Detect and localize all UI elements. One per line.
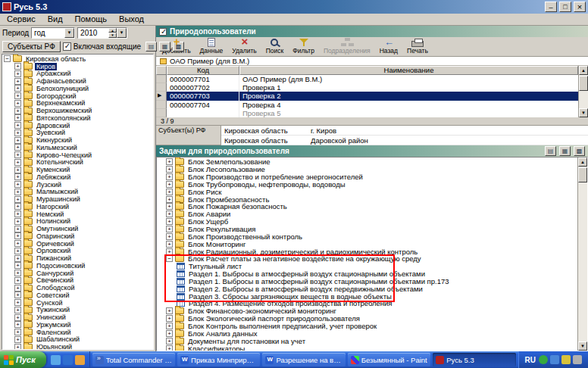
spin-down-icon[interactable] [108, 33, 117, 38]
expand-icon[interactable] [14, 232, 21, 239]
expand-icon[interactable] [14, 344, 21, 349]
menu-item[interactable]: Вид [42, 14, 69, 25]
expand-icon[interactable] [14, 85, 21, 92]
minimize-button[interactable] [545, 2, 557, 12]
year-select[interactable]: 2010 [77, 27, 127, 39]
tasks-list-view-button[interactable] [545, 146, 556, 156]
expand-icon[interactable] [166, 158, 173, 165]
expand-icon[interactable] [166, 330, 173, 337]
data-button[interactable]: Данные [195, 38, 228, 55]
expand-icon[interactable] [14, 218, 21, 225]
expand-icon[interactable] [14, 203, 21, 210]
period-select[interactable]: год [31, 27, 75, 39]
expand-icon[interactable] [14, 129, 21, 136]
search-button[interactable]: Поиск [261, 38, 289, 55]
table-row[interactable]: 0000007703Проверка 2 [156, 92, 578, 100]
expand-icon[interactable] [166, 241, 173, 248]
titlebar[interactable]: Русь 5.3 [0, 0, 588, 14]
language-indicator[interactable]: RU [525, 356, 536, 364]
filter-button[interactable]: Фильтр [288, 38, 319, 55]
year-spinner[interactable] [108, 28, 117, 38]
taskbar-button[interactable]: Приказ Минприроды Ро... [177, 353, 260, 366]
table-row[interactable]: Проверка 5 [156, 109, 578, 117]
scroll-thumb[interactable] [578, 167, 587, 182]
table-row[interactable]: 0000007704Проверка 4 [156, 101, 578, 109]
expand-icon[interactable] [14, 100, 21, 107]
expand-icon[interactable] [14, 255, 21, 262]
expand-icon[interactable] [166, 196, 173, 203]
scroll-track[interactable] [579, 92, 588, 108]
expand-icon[interactable] [14, 92, 21, 99]
expand-icon[interactable] [14, 114, 21, 121]
expand-icon[interactable] [166, 226, 173, 232]
expand-icon[interactable] [166, 233, 173, 240]
show-desktop-icon[interactable] [63, 355, 73, 365]
expand-icon[interactable] [14, 70, 21, 77]
expand-icon[interactable] [14, 167, 21, 173]
view-list-button[interactable] [145, 42, 157, 51]
close-button[interactable] [574, 2, 586, 12]
expand-icon[interactable] [14, 173, 21, 180]
expand-icon[interactable] [14, 270, 21, 276]
expand-icon[interactable] [166, 203, 173, 210]
expand-icon[interactable] [166, 255, 173, 262]
expand-icon[interactable] [14, 108, 21, 114]
scroll-down-icon[interactable] [578, 341, 587, 351]
scroll-down-icon[interactable] [579, 108, 588, 117]
expand-icon[interactable] [14, 285, 21, 292]
taskbar-button[interactable]: Безымянный - Paint [348, 353, 430, 366]
expand-icon[interactable] [14, 78, 21, 85]
expand-icon[interactable] [166, 181, 173, 188]
expand-icon[interactable] [14, 329, 21, 335]
expand-icon[interactable] [14, 307, 21, 313]
taskbar-button[interactable]: Total Commander 7.02a ... [92, 353, 175, 366]
tasks-grid-view-button[interactable] [559, 146, 571, 156]
dropdown-arrow-icon[interactable] [64, 28, 74, 38]
expand-icon[interactable] [14, 262, 21, 269]
expand-icon[interactable] [166, 345, 173, 351]
network-icon[interactable] [550, 355, 559, 364]
expand-icon[interactable] [14, 336, 21, 343]
grid-scrollbar[interactable] [578, 66, 588, 117]
expand-icon[interactable] [14, 248, 21, 254]
expand-icon[interactable] [14, 299, 21, 306]
expand-icon[interactable] [166, 166, 173, 173]
expand-icon[interactable] [166, 218, 173, 225]
expand-icon[interactable] [166, 315, 173, 322]
subjects-rf-button[interactable]: Субъекты РФ [2, 41, 61, 52]
expand-icon[interactable] [14, 144, 21, 151]
expand-icon[interactable] [14, 226, 21, 232]
expand-icon[interactable] [14, 240, 21, 247]
shield-icon[interactable] [539, 355, 548, 364]
expand-icon[interactable] [14, 181, 21, 188]
scroll-thumb[interactable] [579, 76, 588, 91]
expand-icon[interactable] [14, 321, 21, 328]
column-header-name[interactable]: Наименование [239, 66, 578, 75]
expand-icon[interactable] [14, 277, 21, 284]
expand-icon[interactable] [14, 196, 21, 203]
include-checkbox[interactable] [63, 42, 71, 51]
expand-icon[interactable] [166, 248, 173, 255]
print-button[interactable]: Печать [402, 38, 433, 55]
column-header-code[interactable]: Код [167, 66, 239, 75]
scroll-up-icon[interactable] [578, 157, 587, 167]
expand-icon[interactable] [14, 122, 21, 129]
taskbar-button[interactable]: Разрешение на выброс ... [262, 353, 345, 366]
taskbar-button[interactable]: Русь 5.3 [433, 353, 515, 366]
expand-icon[interactable] [14, 189, 21, 195]
tasks-scrollbar[interactable] [577, 157, 587, 351]
table-row[interactable]: 0000007701ОАО Пример (для В.М.) [156, 75, 578, 83]
expand-icon[interactable] [166, 338, 173, 345]
expand-icon[interactable] [166, 173, 173, 180]
expand-icon[interactable] [166, 189, 173, 195]
task-tree-item[interactable]: Классификаторы [157, 345, 577, 351]
internet-explorer-icon[interactable] [51, 355, 61, 365]
dropdown-arrow-icon[interactable] [117, 28, 127, 38]
maximize-button[interactable] [559, 2, 571, 12]
expand-icon[interactable] [14, 292, 21, 298]
tasks-settings-button[interactable] [574, 146, 585, 156]
expand-icon[interactable] [14, 151, 21, 158]
expand-icon[interactable] [14, 211, 21, 217]
expand-icon[interactable] [14, 314, 21, 321]
table-row[interactable]: 0000007702Проверка 1 [156, 83, 578, 92]
